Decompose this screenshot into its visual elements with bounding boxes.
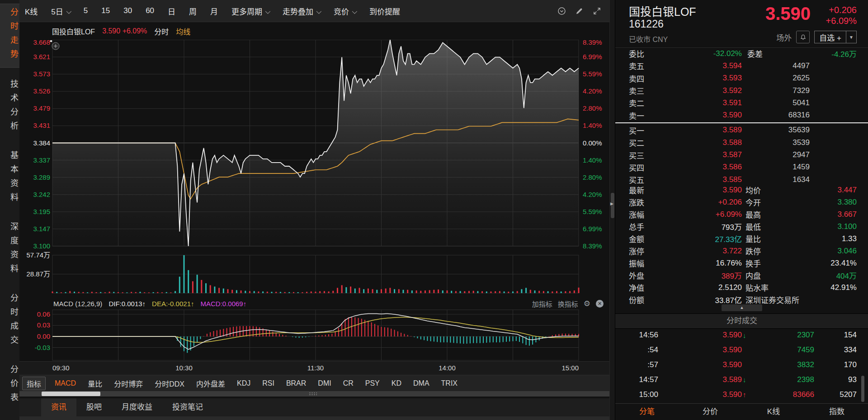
trade-price: 3.590: [692, 360, 742, 369]
horizontal-splitter[interactable]: [19, 391, 609, 397]
indicator-tab-分时ddx[interactable]: 分时DDX: [155, 378, 184, 389]
splitter-scroll-thumb[interactable]: [42, 392, 100, 396]
trade-count: 154: [844, 331, 857, 340]
chevron-down-icon: [66, 9, 71, 14]
fullscreen-icon[interactable]: [593, 7, 601, 15]
weicha-value: -4.26万: [831, 48, 857, 59]
add-watchlist-button[interactable]: 自选 + ▼: [814, 31, 857, 43]
pct-axis-label: 0.00%: [583, 139, 602, 147]
bid-row-4[interactable]: 买四3.5861459: [615, 161, 868, 173]
sidebar-item-time-trades[interactable]: 分时成交: [0, 290, 19, 353]
intraday-chart[interactable]: 3.6688.39%3.6216.99%3.5735.59%3.5264.20%…: [19, 40, 609, 361]
panel-tab-分笔[interactable]: 分笔: [615, 404, 679, 420]
order-book-summary-row: 委比-32.02%委差-4.26万: [615, 47, 868, 60]
toolbar-item-price-alert[interactable]: 到价提醒: [369, 5, 400, 17]
ask-row-4[interactable]: 卖四3.5932625: [615, 72, 868, 84]
gear-icon[interactable]: ⚙: [584, 299, 590, 308]
ask-row-3[interactable]: 卖三3.5927329: [615, 84, 868, 97]
macd-controls: 加指标 换指标 ⚙ ✕: [532, 299, 604, 308]
sidebar-item-depth-info[interactable]: 深度资料: [0, 219, 19, 282]
stat-value: 33.87亿: [670, 294, 742, 305]
watchlist-dropdown-icon[interactable]: ▼: [846, 31, 856, 43]
indicator-tab-dma[interactable]: DMA: [413, 379, 429, 387]
trades-list[interactable]: 14:563.590↓2307154:543.5907459334:573.59…: [615, 328, 868, 402]
bid-row-1[interactable]: 买一3.58935639: [615, 124, 868, 136]
price-axis-label: 3.289: [33, 173, 50, 181]
panel-tab-K线[interactable]: K线: [742, 404, 805, 420]
pct-axis-label: 1.40%: [583, 121, 602, 129]
pct-axis-label: 4.20%: [583, 191, 602, 198]
price-axis-label: 3.147: [33, 225, 50, 233]
stat-label: 内盘: [745, 270, 761, 281]
indicator-tab-cr[interactable]: CR: [343, 379, 354, 387]
ma-legend-label[interactable]: 均线: [176, 26, 190, 37]
sidebar-item-basic-info[interactable]: 基本资料: [0, 147, 19, 210]
sidebar-item-timeline[interactable]: 分时走势: [0, 4, 19, 68]
add-indicator-button[interactable]: 加指标: [532, 299, 552, 308]
panel-tab-分价[interactable]: 分价: [679, 404, 742, 420]
toolbar-item-5day[interactable]: 5日: [51, 5, 70, 17]
macd-title: MACD (12,26,9): [53, 300, 102, 308]
ask-row-5[interactable]: 卖五3.5944497: [615, 60, 868, 72]
interval-history-icon[interactable]: [557, 7, 566, 15]
toolbar-item-auction[interactable]: 竞价: [334, 5, 356, 17]
bid-row-2[interactable]: 买二3.5883539: [615, 136, 868, 149]
macd-axis-label: 0.00: [37, 332, 50, 340]
chart-mode-label[interactable]: 分时: [154, 26, 169, 37]
indicator-tab-macd[interactable]: MACD: [55, 379, 76, 387]
ask-row-2[interactable]: 卖二3.5915041: [615, 97, 868, 109]
sidebar-item-technical[interactable]: 技术分析: [0, 76, 19, 139]
trade-time: 14:57: [624, 375, 658, 384]
stats-row: 外盘389万内盘404万: [615, 269, 868, 281]
ask-row-1[interactable]: 卖一3.59068316: [615, 109, 868, 121]
toolbar-item-month[interactable]: 月: [210, 5, 218, 17]
trade-direction-arrow: ↑: [743, 391, 746, 398]
indicator-tab-kd[interactable]: KD: [392, 379, 401, 387]
close-indicator-icon[interactable]: ✕: [596, 300, 604, 308]
indicator-button[interactable]: 指标: [22, 377, 46, 390]
quote-name: 国投白银LOF: [629, 3, 696, 19]
chart-price: 3.590 +6.09%: [102, 27, 147, 35]
news-tab-资讯[interactable]: 资讯: [41, 398, 76, 416]
collapse-arrow-icon[interactable]: ▶: [610, 201, 613, 206]
price-axis-label: 3.337: [33, 156, 50, 164]
indicator-tab-kdj[interactable]: KDJ: [237, 379, 250, 387]
toolbar-item-more-periods[interactable]: 更多周期: [231, 5, 269, 17]
indicator-tab-dmi[interactable]: DMI: [318, 379, 331, 387]
alert-bell-button[interactable]: [796, 31, 810, 43]
indicator-tab-量比[interactable]: 量比: [88, 378, 102, 389]
draw-brush-icon[interactable]: [575, 7, 584, 15]
indicator-tab-brar[interactable]: BRAR: [286, 379, 306, 387]
news-tab-投资笔记[interactable]: 投资笔记: [162, 398, 213, 416]
indicator-tab-分时博弈[interactable]: 分时博弈: [114, 378, 143, 389]
toolbar-item-overlay[interactable]: 走势叠加: [283, 5, 320, 17]
toolbar-item-60min[interactable]: 60: [146, 6, 154, 15]
panel-tab-指数[interactable]: 指数: [805, 404, 868, 420]
news-tab-股吧[interactable]: 股吧: [76, 398, 112, 416]
splitter-grip-icon[interactable]: [309, 392, 317, 396]
stats-collapse-button[interactable]: ▲: [722, 304, 762, 311]
indicator-tab-trix[interactable]: TRIX: [441, 379, 458, 387]
trades-scrollbar[interactable]: [861, 376, 864, 402]
toolbar-item-30min[interactable]: 30: [123, 6, 132, 15]
vol-axis-label: 28.87万: [26, 270, 50, 278]
order-book[interactable]: 委比-32.02%委差-4.26万卖五3.5944497卖四3.5932625卖…: [615, 47, 868, 186]
swap-indicator-button[interactable]: 换指标: [558, 299, 578, 308]
indicator-tab-内外盘差[interactable]: 内外盘差: [196, 378, 225, 389]
indicator-tab-psy[interactable]: PSY: [365, 379, 380, 387]
macd-axis-label: -0.03: [35, 344, 50, 351]
price-axis-label: 3.526: [33, 87, 50, 95]
indicator-tab-rsi[interactable]: RSI: [262, 379, 274, 387]
toolbar-item-15min[interactable]: 15: [101, 6, 110, 15]
toolbar-item-week[interactable]: 周: [189, 5, 197, 17]
bid-label: 买四: [629, 162, 644, 173]
trade-volume: 2398: [764, 375, 814, 384]
toolbar-item-5min[interactable]: 5: [84, 6, 88, 15]
market-type-label: 场外: [776, 32, 792, 43]
toolbar-item-kline[interactable]: K线: [25, 5, 38, 17]
sidebar-item-price-table[interactable]: 分价表: [0, 361, 19, 411]
bid-row-3[interactable]: 买三3.5872947: [615, 149, 868, 161]
trade-row: 14:573.589↓239893: [615, 372, 868, 387]
news-tab-月度收益[interactable]: 月度收益: [112, 398, 162, 416]
toolbar-item-day[interactable]: 日: [168, 5, 175, 17]
